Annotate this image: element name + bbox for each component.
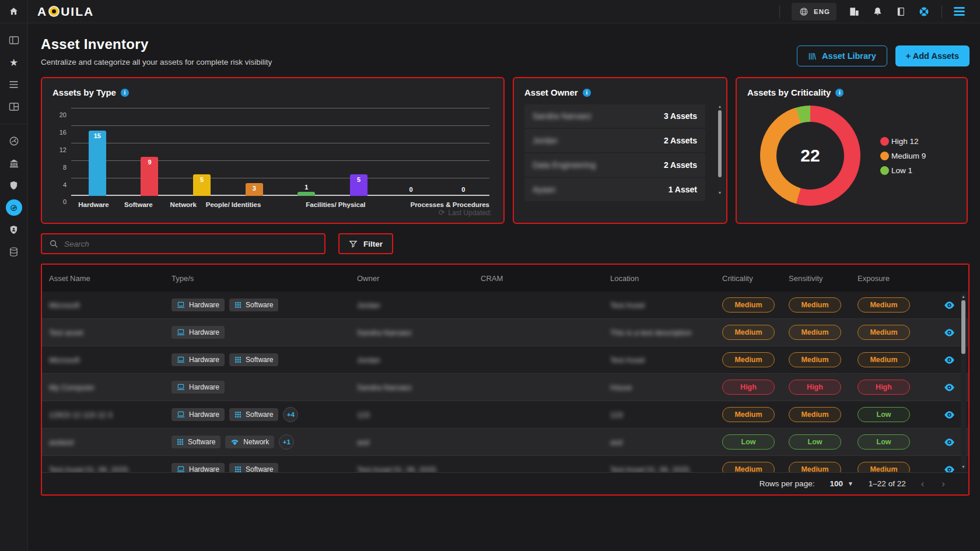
- eye-icon: [944, 383, 955, 392]
- info-icon[interactable]: i: [583, 89, 591, 97]
- table-row[interactable]: asdasdSoftwareNetwork+1asdasdLowLowLow: [42, 429, 968, 456]
- previous-page-icon[interactable]: ‹: [921, 479, 925, 489]
- owner-value: 123: [357, 410, 370, 419]
- sidebar-item-dashboard[interactable]: [0, 96, 28, 118]
- asset-name: Microsoft: [49, 356, 80, 364]
- notifications-bell-icon[interactable]: [872, 6, 883, 17]
- table-row[interactable]: MicrosoftHardwareSoftwareJordanTest Asse…: [42, 292, 968, 319]
- sidebar-item-favorites[interactable]: ★: [0, 51, 28, 73]
- owner-row[interactable]: Ayaan1 Asset: [524, 178, 705, 201]
- info-icon[interactable]: i: [121, 89, 129, 97]
- info-icon[interactable]: i: [835, 89, 844, 97]
- type-chip-hardware: Hardware: [172, 381, 225, 394]
- exposure-badge: Low: [858, 434, 910, 450]
- assets-by-type-chart: 048121620159531500 HardwareSoftwareNetwo…: [54, 108, 489, 208]
- asset-name: My Computer: [49, 383, 94, 392]
- menu-icon[interactable]: [954, 7, 965, 16]
- sidebar-item-home[interactable]: [0, 0, 28, 23]
- bar-slot: 0: [385, 108, 438, 196]
- gauge-icon: [9, 136, 19, 146]
- asset-name: Test asset: [49, 328, 83, 337]
- table-footer: Rows per page: 100 ▼ 1–22 of 22 ‹ ›: [42, 472, 968, 494]
- criticality-badge: High: [722, 380, 775, 395]
- bar-chart-xlabels: HardwareSoftwareNetworkPeople/ Identitie…: [71, 201, 489, 208]
- more-types-bubble[interactable]: +1: [279, 434, 294, 450]
- bar-value-label: 5: [200, 176, 204, 183]
- asset-library-button[interactable]: Asset Library: [797, 45, 887, 66]
- view-asset-button[interactable]: [944, 301, 955, 310]
- bar-slot: 3: [228, 108, 281, 196]
- owner-row[interactable]: Data Engineering2 Assets: [524, 153, 705, 177]
- view-asset-button[interactable]: [944, 438, 955, 447]
- owner-row[interactable]: Jordan2 Assets: [524, 129, 705, 152]
- search-input[interactable]: [64, 240, 317, 248]
- criticality-badge: Medium: [722, 297, 775, 313]
- view-asset-button[interactable]: [944, 383, 955, 392]
- exposure-badge: Medium: [858, 297, 910, 313]
- sidebar-item-shield-user[interactable]: [0, 219, 28, 241]
- table-row[interactable]: Test assetHardwareSandra NarvaezThis is …: [42, 319, 968, 346]
- language-selector[interactable]: ENG: [792, 3, 836, 20]
- x-axis-label: Hardware: [71, 201, 116, 208]
- table-row[interactable]: MicrosoftHardwareSoftwareJordanTest Asse…: [42, 346, 968, 374]
- owner-name: Ayaan: [533, 185, 555, 194]
- asset-name: asdasd: [49, 438, 74, 447]
- table-row[interactable]: My ComputerHardwareSandra NarvaezHouseHi…: [42, 374, 968, 401]
- type-chip-hardware: Hardware: [172, 408, 225, 421]
- bar-value[interactable]: [298, 192, 315, 196]
- software-grid-icon: [177, 438, 184, 445]
- panel-layout-icon: [9, 36, 19, 45]
- y-tick-label: 16: [60, 129, 66, 136]
- view-asset-button[interactable]: [944, 356, 955, 364]
- view-asset-button[interactable]: [944, 328, 955, 337]
- column-header: Type/s: [164, 274, 350, 283]
- column-header: Exposure: [850, 274, 923, 283]
- bar-slot: 5: [176, 108, 228, 196]
- rows-per-page-label: Rows per page:: [760, 479, 815, 488]
- owner-scrollbar[interactable]: ▲ ▼: [718, 104, 722, 196]
- sidebar-item-list[interactable]: [0, 73, 28, 96]
- sidebar-item-panel[interactable]: [0, 29, 28, 51]
- table-scrollbar[interactable]: ▲ ▼: [961, 294, 966, 470]
- add-assets-label: + Add Assets: [906, 51, 959, 61]
- owner-row[interactable]: Sandra Narvaez3 Assets: [524, 104, 705, 128]
- home-icon: [9, 6, 19, 16]
- sidebar-item-database[interactable]: [0, 241, 28, 263]
- owner-value: asd: [357, 438, 369, 447]
- legend-dot: [880, 152, 889, 160]
- add-assets-button[interactable]: + Add Assets: [895, 45, 970, 66]
- sidebar-item-gauge[interactable]: [0, 130, 28, 152]
- bar-chart-plot: 048121620159531500: [71, 108, 489, 196]
- owner-asset-count: 1 Asset: [668, 185, 697, 194]
- pagination-range: 1–22 of 22: [869, 479, 906, 488]
- asset-name: Microsoft: [49, 301, 80, 310]
- filter-button[interactable]: Filter: [338, 233, 393, 254]
- sidebar-item-asset-inventory-active[interactable]: [0, 196, 28, 219]
- table-row[interactable]: 12923 12 123 12 3HardwareSoftware+412312…: [42, 401, 968, 429]
- assets-by-type-card: Assets by Type i 048121620159531500 Hard…: [41, 77, 505, 224]
- exposure-badge: Low: [858, 407, 910, 422]
- next-page-icon[interactable]: ›: [942, 479, 945, 489]
- organization-icon[interactable]: [848, 6, 860, 17]
- sensitivity-badge: Medium: [789, 325, 841, 340]
- sidebar-item-shield[interactable]: [0, 174, 28, 196]
- sidebar-item-institution[interactable]: [0, 152, 28, 174]
- bar-slot: 0: [437, 108, 489, 196]
- support-lifering-icon[interactable]: [918, 6, 930, 17]
- caret-down-icon: ▼: [848, 480, 853, 487]
- x-axis-label: Processes & Procedures: [410, 201, 489, 208]
- location-value: Test Asset: [610, 301, 645, 310]
- view-asset-button[interactable]: [944, 410, 955, 419]
- bar-value-label: 0: [410, 186, 413, 193]
- topbar: A UILA ENG: [0, 0, 980, 23]
- search-box[interactable]: [41, 233, 326, 254]
- more-types-bubble[interactable]: +4: [283, 407, 298, 422]
- rows-per-page-select[interactable]: 100 ▼: [830, 479, 853, 488]
- asset-name: 12923 12 123 12 3: [49, 410, 112, 419]
- location-value: House: [610, 383, 632, 392]
- guide-book-icon[interactable]: [895, 6, 907, 17]
- language-label: ENG: [814, 8, 830, 15]
- legend-label: Medium 9: [891, 152, 926, 160]
- bar-Hardware[interactable]: [89, 131, 106, 196]
- eye-icon: [944, 356, 955, 364]
